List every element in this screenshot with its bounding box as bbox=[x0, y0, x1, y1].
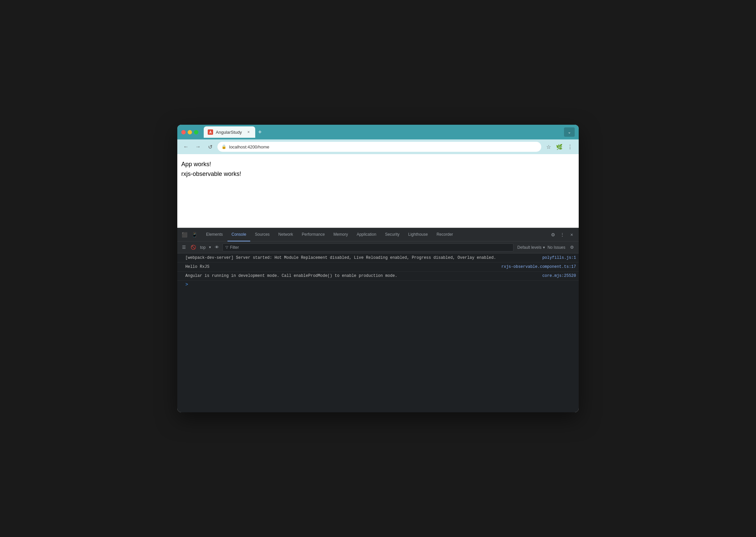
console-line-2-text: Hello RxJS bbox=[185, 264, 499, 270]
url-text: localhost:4200/home bbox=[229, 144, 537, 149]
console-line-2-link[interactable]: rxjs-observable.component.ts:17 bbox=[501, 264, 576, 270]
lock-icon: 🔒 bbox=[221, 144, 226, 149]
nav-bar: ← → ↺ 🔒 localhost:4200/home ☆ 🌿 ⋮ bbox=[177, 139, 579, 154]
tab-performance[interactable]: Performance bbox=[298, 228, 329, 241]
console-line-3: Angular is running in development mode. … bbox=[177, 272, 579, 281]
devtools-settings-button[interactable]: ⚙ bbox=[549, 230, 557, 239]
page-line-2: rxjs-observable works! bbox=[181, 169, 575, 179]
tab-sources[interactable]: Sources bbox=[251, 228, 274, 241]
devtools-action-buttons: ⚙ ⋮ × bbox=[549, 230, 576, 239]
console-right-actions: Default levels ▾ No Issues ⚙ bbox=[517, 243, 576, 251]
active-tab[interactable]: A AngularStudy × bbox=[204, 126, 255, 138]
console-line-1: [webpack-dev-server] Server started: Hot… bbox=[177, 253, 579, 262]
page-line-1: App works! bbox=[181, 159, 575, 169]
top-selector-label: top bbox=[199, 245, 207, 250]
new-tab-button[interactable]: + bbox=[255, 127, 265, 137]
console-settings-button[interactable]: ⚙ bbox=[568, 243, 576, 251]
tab-memory[interactable]: Memory bbox=[329, 228, 352, 241]
console-line-3-text: Angular is running in development mode. … bbox=[185, 273, 540, 279]
console-line-1-text: [webpack-dev-server] Server started: Hot… bbox=[185, 255, 540, 261]
clear-console-button[interactable]: 🚫 bbox=[189, 243, 197, 251]
refresh-button[interactable]: ↺ bbox=[205, 142, 215, 151]
back-button[interactable]: ← bbox=[181, 142, 191, 151]
tab-network[interactable]: Network bbox=[274, 228, 297, 241]
tab-favicon: A bbox=[208, 129, 213, 135]
title-bar: A AngularStudy × + ⌄ bbox=[177, 125, 579, 139]
tab-dropdown-button[interactable]: ⌄ bbox=[564, 127, 575, 137]
tab-recorder[interactable]: Recorder bbox=[433, 228, 457, 241]
eye-button[interactable]: 👁 bbox=[213, 243, 221, 251]
devtools-more-button[interactable]: ⋮ bbox=[558, 230, 567, 239]
filter-placeholder: Filter bbox=[230, 245, 239, 250]
tab-close-button[interactable]: × bbox=[246, 129, 251, 135]
console-prompt[interactable]: > bbox=[177, 281, 579, 289]
filter-icon: ▽ bbox=[225, 245, 228, 249]
devtools-left-icons: ⬛ 📱 bbox=[180, 230, 199, 239]
minimize-traffic-light[interactable] bbox=[188, 130, 192, 134]
page-content: App works! rxjs-observable works! bbox=[177, 154, 579, 228]
console-toolbar: ☰ 🚫 top ▼ 👁 ▽ Filter Default levels ▾ No… bbox=[177, 241, 579, 253]
tab-console[interactable]: Console bbox=[227, 228, 250, 241]
profile-button[interactable]: 🌿 bbox=[555, 142, 564, 151]
maximize-traffic-light[interactable] bbox=[194, 130, 198, 134]
tab-bar: A AngularStudy × + bbox=[204, 126, 561, 138]
console-output: [webpack-dev-server] Server started: Hot… bbox=[177, 253, 579, 412]
nav-actions: ☆ 🌿 ⋮ bbox=[544, 142, 575, 151]
console-line-1-link[interactable]: polyfills.js:1 bbox=[542, 255, 576, 261]
devtools-tab-bar: ⬛ 📱 Elements Console Sources Network Per… bbox=[177, 228, 579, 241]
address-bar[interactable]: 🔒 localhost:4200/home bbox=[217, 142, 541, 152]
tab-application[interactable]: Application bbox=[353, 228, 380, 241]
devtools-close-button[interactable]: × bbox=[567, 230, 576, 239]
tab-lighthouse[interactable]: Lighthouse bbox=[404, 228, 432, 241]
tab-title: AngularStudy bbox=[216, 130, 242, 135]
console-filter-input[interactable]: ▽ Filter bbox=[222, 243, 513, 251]
menu-button[interactable]: ⋮ bbox=[565, 142, 575, 151]
forward-button[interactable]: → bbox=[193, 142, 203, 151]
device-toggle-icon[interactable]: 📱 bbox=[190, 230, 199, 239]
tab-elements[interactable]: Elements bbox=[202, 228, 227, 241]
console-line-3-link[interactable]: core.mjs:25520 bbox=[542, 273, 576, 279]
inspect-element-icon[interactable]: ⬛ bbox=[180, 230, 189, 239]
tab-security[interactable]: Security bbox=[381, 228, 403, 241]
bookmark-button[interactable]: ☆ bbox=[544, 142, 553, 151]
default-levels-button[interactable]: Default levels ▾ bbox=[517, 245, 545, 250]
close-traffic-light[interactable] bbox=[181, 130, 186, 134]
traffic-lights bbox=[181, 130, 198, 134]
no-issues-badge: No Issues bbox=[548, 245, 565, 250]
prompt-arrow-icon: > bbox=[185, 282, 188, 287]
devtools-panel: ⬛ 📱 Elements Console Sources Network Per… bbox=[177, 228, 579, 412]
console-line-2: Hello RxJS rxjs-observable.component.ts:… bbox=[177, 262, 579, 272]
preserve-log-button[interactable]: ☰ bbox=[180, 243, 188, 251]
top-dropdown-icon: ▼ bbox=[208, 245, 212, 249]
browser-window: A AngularStudy × + ⌄ ← → ↺ 🔒 localhost:4… bbox=[177, 125, 579, 412]
